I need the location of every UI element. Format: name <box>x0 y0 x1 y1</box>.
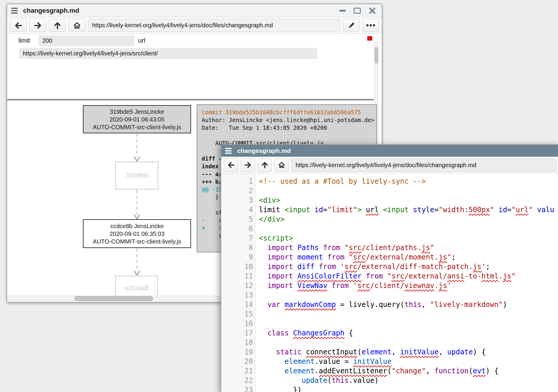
code-token <box>259 272 267 280</box>
line-number: 16 <box>221 319 253 328</box>
minimize-icon[interactable] <box>339 10 346 12</box>
commit-hash: 7009fd5 <box>116 172 158 180</box>
code-token: ; <box>486 263 490 271</box>
limit-input[interactable]: 200 <box>39 35 134 46</box>
code-token: -to- <box>464 272 482 280</box>
commit-hash: e204adf <box>116 284 157 292</box>
code-token: var <box>267 300 280 309</box>
window-menu-icon[interactable] <box>225 147 233 155</box>
close-icon[interactable] <box>369 7 376 14</box>
horizontal-scrollbar-thumb[interactable] <box>74 296 153 301</box>
code-token: . <box>498 272 503 280</box>
up-arrow-icon <box>261 161 269 169</box>
forward-button[interactable] <box>29 19 46 32</box>
code-token: ( <box>469 367 473 375</box>
code-token: ( <box>327 376 331 385</box>
code-token <box>293 281 297 290</box>
code-token: /external/moment. <box>366 253 439 261</box>
back-titlebar[interactable]: changesgraph.md <box>7 4 382 17</box>
code-token: this <box>404 300 421 309</box>
code-token: style <box>409 206 434 214</box>
code-token: ) <box>503 300 507 309</box>
code-area[interactable]: <!-- used as a #Tool by lively-sync --> … <box>256 174 558 392</box>
code-line: var markdownComp = lively.query(this, "l… <box>259 300 558 309</box>
code-token: .value = <box>315 357 353 366</box>
code-editor[interactable]: 1234567891011121314151617181920212223 <!… <box>221 174 558 392</box>
url-label: url <box>138 37 145 44</box>
code-token: class <box>267 329 289 337</box>
change-indicator[interactable] <box>367 36 372 41</box>
code-line <box>259 224 558 233</box>
code-token <box>289 329 293 337</box>
line-number: 21 <box>221 366 253 376</box>
commit-node-319bde5[interactable]: 319bde5 JensLincke 2020-09-01 06:43:05 A… <box>83 105 191 133</box>
code-line: <script> <box>259 233 558 243</box>
back-button[interactable] <box>10 19 27 32</box>
code-token: }) <box>259 386 302 392</box>
code-token: , <box>426 367 434 375</box>
code-token: <script> <box>259 234 293 242</box>
code-token: limit <box>259 206 285 214</box>
url-input[interactable]: https://lively-kernel.org/lively4/lively… <box>19 48 317 59</box>
home-button[interactable] <box>68 19 85 32</box>
front-nav-toolbar: https://lively-kernel.org/lively4/lively… <box>221 157 558 174</box>
line-number: 14 <box>221 300 253 309</box>
code-token: . <box>434 281 438 290</box>
up-button[interactable] <box>258 159 272 172</box>
commit-node-ccdce8b[interactable]: ccdce8b JensLincke 2020-09-01 06:35:03 A… <box>83 219 191 248</box>
code-token: " <box>344 244 349 252</box>
code-token: .value) <box>349 376 379 385</box>
code-token: js <box>503 272 512 280</box>
forward-button[interactable] <box>241 159 255 172</box>
code-token: from <box>332 281 349 290</box>
code-token: addEventListener <box>319 367 387 375</box>
line-number: 9 <box>221 252 253 262</box>
code-token: " <box>490 206 494 214</box>
diff-line: Author: JensLincke <jens.lincke@hpi.uni-… <box>202 116 372 124</box>
code-token <box>259 348 276 356</box>
address-bar[interactable]: https://lively-kernel.org/lively4/lively… <box>291 159 557 172</box>
commit-hash-author: 319bde5 JensLincke <box>84 108 190 116</box>
address-bar[interactable]: https://lively-kernel.org/lively4/lively… <box>88 19 340 32</box>
code-token <box>319 244 323 252</box>
code-token <box>259 281 267 290</box>
code-line: import ViewNav from 'src/client/viewnav.… <box>259 281 558 290</box>
code-token: src <box>349 244 361 252</box>
back-nav-toolbar: https://lively-kernel.org/lively4/lively… <box>7 17 382 34</box>
code-line <box>259 309 558 319</box>
code-token <box>315 263 319 271</box>
code-token <box>362 206 366 214</box>
code-line <box>259 186 558 196</box>
home-button[interactable] <box>275 159 289 172</box>
window-title: changesgraph.md <box>237 147 291 154</box>
code-line: class ChangesGraph { <box>259 328 558 338</box>
commit-date: 2020-09-01 06:35:03 <box>84 230 190 238</box>
code-token: , <box>439 348 447 356</box>
back-button[interactable] <box>224 159 238 172</box>
edit-button[interactable] <box>343 19 360 32</box>
front-titlebar[interactable]: changesgraph.md <box>221 145 558 157</box>
code-token: { <box>344 329 353 337</box>
code-token: ' <box>353 281 357 290</box>
code-token <box>293 263 297 271</box>
commit-hash-author: ccdce8b JensLincke <box>84 222 190 230</box>
vertical-scrollbar-thumb[interactable] <box>374 47 378 64</box>
window-menu-icon[interactable] <box>11 7 19 15</box>
code-token: js <box>439 281 447 290</box>
maximize-icon[interactable] <box>354 8 361 14</box>
code-token: import <box>267 263 293 271</box>
code-token: element <box>285 357 315 366</box>
code-token <box>259 367 285 375</box>
up-button[interactable] <box>49 19 66 32</box>
code-token: element <box>285 367 315 375</box>
code-token: ) { <box>473 348 486 356</box>
code-line: import Paths from "src/client/paths.js" <box>259 243 558 252</box>
back-arrow-icon <box>14 21 23 30</box>
code-token: from <box>323 244 340 252</box>
code-line <box>259 338 558 347</box>
code-token <box>293 253 297 261</box>
back-arrow-icon <box>227 161 235 169</box>
more-options-button[interactable] <box>362 19 379 32</box>
code-token <box>259 300 267 309</box>
commit-node-7009fd5[interactable]: 7009fd5 <box>115 161 158 190</box>
